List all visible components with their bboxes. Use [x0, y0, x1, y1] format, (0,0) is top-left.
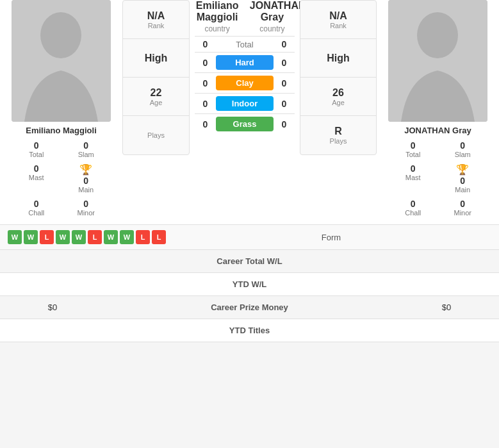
svg-point-1 [40, 12, 81, 58]
right-total-label: Total [405, 151, 420, 158]
left-mast-label: Mast [29, 174, 44, 181]
right-player-photo [388, 0, 487, 122]
right-minor-cell: 0 Minor [438, 196, 488, 219]
bottom-row-label: Career Prize Money [97, 303, 402, 312]
right-main-value: 0 [460, 176, 465, 186]
left-minor-label: Minor [77, 209, 95, 217]
left-age-label: Age [150, 99, 163, 106]
right-trophy-cell: 🏆 0 Main [438, 161, 488, 196]
right-slam-label: Slam [455, 151, 471, 158]
bottom-stats: Career Total W/LYTD W/L$0Career Prize Mo… [0, 249, 499, 342]
total-label: Total [213, 40, 276, 49]
right-minor-value: 0 [460, 199, 465, 209]
left-mast-value: 0 [34, 163, 39, 174]
left-slam-value: 0 [83, 140, 88, 151]
left-clay-score: 0 [197, 78, 213, 88]
right-player-card: JONATHAN Gray 0 Total 0 Slam 0 Mast 🏆 0 [382, 0, 494, 219]
bottom-row: YTD Titles [0, 319, 499, 342]
left-player-silhouette [12, 0, 111, 122]
bottom-row: Career Total W/L [0, 250, 499, 273]
surface-row-indoor: 0 Indoor 0 [195, 93, 295, 113]
left-mast-cell: 0 Mast [12, 161, 61, 196]
surface-row-total: 0 Total 0 [195, 36, 295, 52]
form-badge: W [72, 230, 86, 244]
right-trophy-icon: 🏆 [456, 163, 469, 176]
left-slam-label: Slam [78, 151, 94, 158]
form-badge: W [24, 230, 38, 244]
bottom-row-label: Career Total W/L [97, 256, 402, 266]
right-height-cell: High [300, 39, 376, 78]
center-panel: Emiliano Maggioli country JONATHAN Gray … [195, 0, 295, 134]
form-badge: L [152, 230, 166, 244]
right-player-name: JONATHAN Gray [404, 126, 471, 135]
hard-badge: Hard [216, 55, 274, 70]
left-total-cell: 0 Total [12, 138, 61, 161]
surface-rows: 0 Total 0 0 Hard 0 0 Clay 0 0 [195, 36, 295, 134]
right-rank-value: N/A [329, 10, 347, 22]
right-rank-cell: N/A Rank [300, 1, 376, 39]
right-total-cell: 0 Total [388, 138, 438, 161]
right-plays-cell: R Plays [300, 116, 376, 154]
comparison-area: Emiliano Maggioli 0 Total 0 Slam 0 Mast … [0, 0, 499, 224]
bottom-row-left-value: $0 [8, 303, 97, 312]
left-height-cell: High [123, 39, 189, 78]
form-badge: W [104, 230, 118, 244]
clay-badge: Clay [216, 76, 274, 90]
surface-row-clay: 0 Clay 0 [195, 72, 295, 93]
right-center-name: JONATHAN Gray country [250, 0, 295, 33]
right-total-value: 0 [411, 140, 416, 151]
left-country-label: country [195, 24, 240, 33]
right-mast-label: Mast [405, 174, 421, 181]
left-total-label: Total [29, 151, 44, 158]
right-total-score: 0 [276, 39, 292, 49]
left-player-name: Emiliano Maggioli [26, 126, 97, 135]
form-section: WWLWWLWWLL Form [0, 224, 499, 249]
left-minor-cell: 0 Minor [61, 196, 111, 219]
bottom-row: YTD W/L [0, 273, 499, 296]
left-main-value: 0 [83, 176, 88, 186]
right-mast-value: 0 [411, 163, 416, 174]
right-player-silhouette [388, 0, 487, 122]
left-total-score: 0 [197, 39, 213, 49]
main-container: Emiliano Maggioli 0 Total 0 Slam 0 Mast … [0, 0, 499, 342]
svg-point-3 [417, 12, 458, 58]
left-slam-cell: 0 Slam [61, 138, 111, 161]
form-badge: W [8, 230, 22, 244]
right-minor-label: Minor [454, 209, 471, 217]
left-age-cell: 22 Age [123, 78, 189, 116]
right-clay-score: 0 [276, 78, 292, 88]
bottom-row-right-value: $0 [402, 303, 491, 312]
right-chall-label: Chall [405, 209, 421, 217]
left-name-line2: Maggioli [195, 12, 240, 23]
left-grass-score: 0 [197, 119, 213, 129]
right-name-line1: JONATHAN [250, 0, 295, 12]
right-indoor-score: 0 [276, 99, 292, 109]
left-player-photo [12, 0, 111, 122]
left-minor-value: 0 [83, 199, 88, 209]
left-chall-label: Chall [28, 209, 44, 217]
left-height-value: High [145, 53, 168, 64]
left-rank-label: Rank [148, 22, 165, 29]
right-name-line2: Gray [250, 12, 295, 23]
names-and-country: Emiliano Maggioli country JONATHAN Gray … [195, 0, 295, 33]
right-grass-score: 0 [276, 119, 292, 129]
bottom-row-label: YTD W/L [97, 279, 402, 289]
left-rank-value: N/A [147, 10, 165, 22]
right-height-value: High [327, 53, 350, 64]
right-chall-value: 0 [411, 199, 416, 209]
surface-row-hard: 0 Hard 0 [195, 52, 295, 72]
bottom-row-label: YTD Titles [97, 326, 402, 335]
left-plays-cell: Plays [123, 116, 189, 154]
left-name-line1: Emiliano [195, 0, 240, 12]
left-player-stats: 0 Total 0 Slam 0 Mast 🏆 0 Main 0 [12, 138, 111, 219]
left-chall-value: 0 [34, 199, 39, 209]
left-trophy-cell: 🏆 0 Main [61, 161, 111, 196]
left-stat-panel: N/A Rank High 22 Age Plays [122, 0, 190, 155]
left-chall-cell: 0 Chall [12, 196, 61, 219]
right-hard-score: 0 [276, 58, 292, 68]
grass-badge: Grass [216, 117, 274, 131]
right-country-label: country [250, 24, 295, 33]
right-plays-label: Plays [330, 137, 347, 145]
form-badges: WWLWWLWWLL [8, 230, 166, 244]
right-slam-value: 0 [460, 140, 465, 151]
